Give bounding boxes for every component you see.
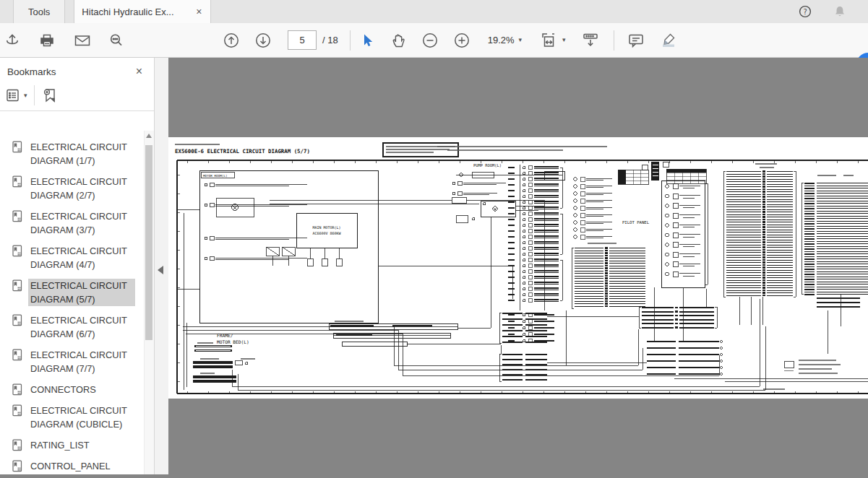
bookmark-item-1[interactable]: ELECTRICAL CIRCUIT DIAGRAM (1/7): [0, 136, 145, 171]
tab-bar: Tools Hitachi Hydraulic Ex... × ?: [0, 0, 868, 23]
bookmarks-toolbar: ▾: [0, 80, 154, 111]
bookmark-label: ELECTRICAL CIRCUIT DIAGRAM (7/7): [28, 348, 135, 375]
bookmarks-toolbar-separator: [34, 85, 35, 105]
zoom-level-value[interactable]: 19.2%: [488, 35, 515, 45]
bookmarks-close-icon[interactable]: ×: [136, 66, 142, 77]
pdf-page[interactable]: EX5600E-6 ELECTRICAL CIRCUIT DIAGRAM (5/…: [168, 137, 868, 399]
toolbar: / 18 19.2% ▾: [0, 23, 868, 58]
bookmark-item-5[interactable]: ELECTRICAL CIRCUIT DIAGRAM (5/7): [0, 275, 145, 310]
zoom-out-icon[interactable]: [421, 32, 439, 49]
toolbar-separator: [350, 30, 351, 51]
bookmark-item-3[interactable]: ELECTRICAL CIRCUIT DIAGRAM (3/7): [0, 206, 145, 240]
acrobat-window: Tools Hitachi Hydraulic Ex... × ?: [0, 0, 868, 478]
bookmark-page-icon: [12, 141, 22, 153]
bookmarks-scrollbar[interactable]: [144, 131, 154, 474]
bookmark-item-11[interactable]: CONTROL_PANEL: [0, 456, 145, 474]
bell-icon[interactable]: [833, 5, 846, 18]
tab-document[interactable]: Hitachi Hydraulic Ex... ×: [74, 0, 211, 23]
bookmark-label: RATING_LIST: [28, 438, 92, 452]
svg-text:EX5600E-6 ELECTRICAL CIRCUIT D: EX5600E-6 ELECTRICAL CIRCUIT DIAGRAM (5/…: [175, 148, 310, 155]
email-icon[interactable]: [74, 32, 91, 48]
page-total-label: / 18: [322, 35, 338, 45]
tab-document-label: Hitachi Hydraulic Ex...: [82, 6, 173, 17]
bookmark-page-icon: [12, 383, 22, 396]
bookmark-page-icon: [12, 245, 22, 257]
highlighter-icon[interactable]: [659, 32, 678, 49]
bookmark-options-icon[interactable]: ▾: [6, 88, 27, 103]
page-number-input[interactable]: [288, 30, 317, 50]
bookmark-label: ELECTRICAL CIRCUIT DIAGRAM (CUBICLE): [28, 404, 135, 431]
bookmarks-panel: Bookmarks × ▾: [0, 58, 155, 474]
bookmark-item-10[interactable]: RATING_LIST: [0, 435, 145, 456]
bookmark-label: ELECTRICAL CIRCUIT DIAGRAM (2/7): [28, 175, 135, 202]
scroll-mode-icon[interactable]: [582, 32, 599, 49]
fit-caret-icon: ▾: [562, 37, 566, 43]
scroll-up-icon[interactable]: [146, 134, 152, 138]
collapse-panel-icon[interactable]: [158, 266, 163, 274]
tab-tools[interactable]: Tools: [13, 0, 65, 23]
bookmark-label: ELECTRICAL CIRCUIT DIAGRAM (5/7): [28, 279, 135, 306]
svg-text:PILOT PANEL: PILOT PANEL: [622, 220, 650, 225]
svg-text:MAIN MOTOR(L): MAIN MOTOR(L): [312, 225, 340, 230]
bookmark-label: CONTROL_PANEL: [28, 459, 113, 473]
page-down-icon[interactable]: [254, 32, 272, 49]
bookmark-item-6[interactable]: ELECTRICAL CIRCUIT DIAGRAM (6/7): [0, 310, 145, 344]
svg-text:MOTOR ROOM(L): MOTOR ROOM(L): [203, 174, 228, 178]
bookmark-page-icon: [12, 210, 22, 222]
tab-tools-label: Tools: [28, 6, 50, 17]
bookmarks-header: Bookmarks ×: [0, 58, 154, 80]
bookmark-page-icon: [12, 349, 22, 361]
bookmark-item-4[interactable]: ELECTRICAL CIRCUIT DIAGRAM (4/7): [0, 240, 145, 275]
bookmark-item-7[interactable]: ELECTRICAL CIRCUIT DIAGRAM (7/7): [0, 344, 145, 379]
bookmark-item-2[interactable]: ELECTRICAL CIRCUIT DIAGRAM (2/7): [0, 171, 145, 206]
svg-text:?: ?: [803, 8, 807, 16]
svg-text:PUMP ROOM(L): PUMP ROOM(L): [473, 163, 502, 168]
page-up-icon[interactable]: [223, 32, 240, 49]
bookmark-page-icon: [12, 279, 22, 292]
bookmark-label: ELECTRICAL CIRCUIT DIAGRAM (6/7): [28, 313, 135, 341]
bookmark-page-icon: [12, 175, 22, 188]
main-area: Bookmarks × ▾: [0, 58, 868, 474]
svg-text:MOTOR BED(L): MOTOR BED(L): [217, 339, 249, 344]
zoom-in-icon[interactable]: [453, 32, 470, 49]
bookmark-label: ELECTRICAL CIRCUIT DIAGRAM (3/7): [28, 209, 135, 237]
svg-text:AC6600V 860KW: AC6600V 860KW: [312, 231, 341, 235]
circuit-diagram: EX5600E-6 ELECTRICAL CIRCUIT DIAGRAM (5/…: [168, 137, 868, 399]
bookmark-list: ELECTRICAL CIRCUIT DIAGRAM (1/7) ELECTRI…: [0, 131, 145, 474]
document-canvas[interactable]: EX5600E-6 ELECTRICAL CIRCUIT DIAGRAM (5/…: [168, 58, 868, 474]
bookmark-page-icon: [12, 404, 22, 417]
tabbar-right: ?: [799, 0, 846, 23]
select-pointer-icon[interactable]: [359, 32, 375, 48]
bookmark-label: ELECTRICAL CIRCUIT DIAGRAM (1/7): [28, 140, 135, 168]
bookmark-page-icon: [12, 439, 22, 451]
print-icon[interactable]: [39, 32, 55, 48]
bookmark-item-8[interactable]: CONNECTORS: [0, 379, 145, 400]
bookmark-label: ELECTRICAL CIRCUIT DIAGRAM (4/7): [28, 244, 135, 271]
scrollbar-thumb[interactable]: [145, 145, 152, 340]
options-caret-icon: ▾: [24, 92, 27, 99]
search-icon[interactable]: [108, 32, 124, 48]
fit-width-icon[interactable]: ▾: [541, 32, 566, 49]
add-bookmark-icon[interactable]: [43, 87, 57, 103]
hand-tool-icon[interactable]: [391, 32, 407, 48]
bookmark-item-9[interactable]: ELECTRICAL CIRCUIT DIAGRAM (CUBICLE): [0, 400, 145, 435]
toolbar-separator: [614, 30, 614, 51]
bookmarks-title: Bookmarks: [7, 66, 56, 77]
panel-splitter[interactable]: [155, 58, 168, 474]
bookmark-page-icon: [12, 460, 22, 472]
comment-icon[interactable]: [627, 32, 645, 49]
zoom-caret-icon[interactable]: ▾: [519, 37, 523, 43]
bookmark-page-icon: [12, 314, 22, 326]
help-icon[interactable]: ?: [799, 5, 812, 18]
bookmark-label: CONNECTORS: [28, 383, 98, 396]
tab-close-icon[interactable]: ×: [194, 6, 203, 17]
share-upload-icon[interactable]: [4, 32, 20, 48]
